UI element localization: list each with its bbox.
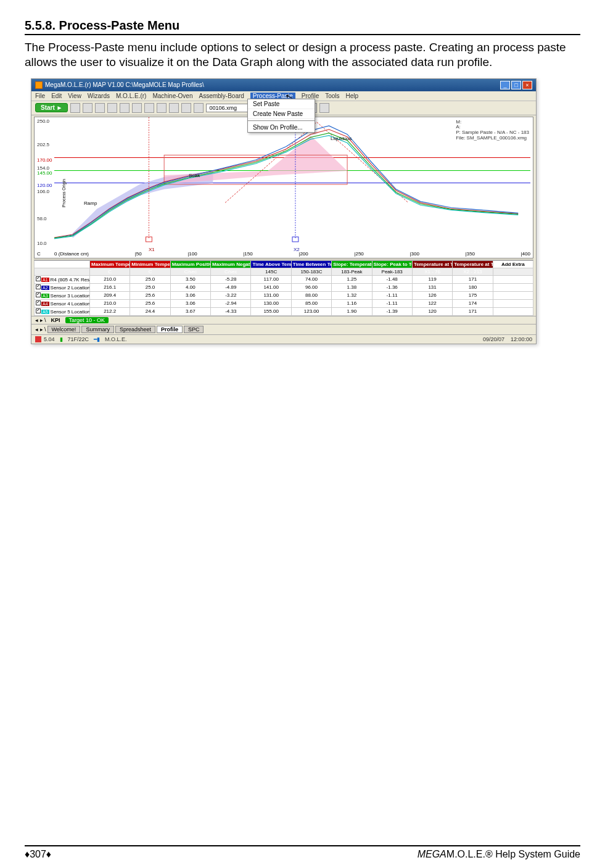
sensor-badge: A1: [41, 278, 49, 282]
unit-cell: C/sec: [170, 268, 210, 275]
menu-tools[interactable]: Tools: [325, 93, 339, 99]
table-row: A3Sensor 3 Location.209.425.63.06-3.2213…: [35, 291, 533, 299]
data-cell: 130.00: [251, 299, 291, 307]
col-header: Maximum Temperature: [90, 260, 130, 268]
col-header: Slope: Peak to Temperature: [372, 260, 412, 268]
menu-item-createnewpaste[interactable]: Create New Paste: [248, 109, 315, 119]
data-cell: 216.1: [90, 283, 130, 291]
y-tick: 10.0: [37, 241, 47, 246]
table-row: A5Sensor 5 Location.212.224.43.67-4.3315…: [35, 307, 533, 315]
unit-cell: 150-183C: [291, 268, 331, 275]
menu-help[interactable]: Help: [346, 93, 359, 99]
data-cell: 122: [412, 299, 452, 307]
tab-spreadsheet[interactable]: Spreadsheet: [115, 326, 155, 333]
col-header: Maximum Positive Slope: [170, 260, 210, 268]
col-header: Maximum Negative Slope: [211, 260, 251, 268]
print-icon[interactable]: [95, 103, 105, 113]
data-cell: 25.6: [130, 299, 170, 307]
sensor-checkbox[interactable]: [36, 284, 41, 289]
menu-view[interactable]: View: [68, 93, 81, 99]
data-cell: 1.90: [332, 307, 372, 315]
help-icon[interactable]: [194, 103, 204, 113]
unit-cell: Peak-183: [372, 268, 412, 275]
soak-label: Soak: [189, 173, 200, 178]
unit-cell: [493, 268, 533, 275]
data-cell: 1.38: [332, 283, 372, 291]
unit-cell: C: [130, 268, 170, 275]
status-bar: 5.04 ▮ 71F/22C ━▮ M.O.L.E. 09/20/07 12:0…: [31, 334, 536, 344]
data-cell: 25.0: [130, 275, 170, 283]
data-cell: 180: [453, 283, 493, 291]
sensor-checkbox[interactable]: [36, 292, 41, 297]
sensor-badge: A2: [41, 286, 49, 290]
sensor-checkbox[interactable]: [36, 300, 41, 305]
y-tick: 145.00: [37, 170, 52, 176]
tool-icon[interactable]: [132, 103, 142, 113]
table-row: A4Sensor 4 Location.210.025.63.06-2.9413…: [35, 299, 533, 307]
y-tick: 170.00: [37, 157, 52, 163]
menu-moler[interactable]: M.O.L.E.(r): [116, 93, 146, 99]
top-icon[interactable]: [319, 103, 329, 113]
zoom-out-icon[interactable]: [120, 103, 130, 113]
close-button[interactable]: ×: [522, 81, 532, 89]
save-icon[interactable]: [83, 103, 93, 113]
sensor-checkbox[interactable]: [36, 276, 41, 281]
zoom-in-icon[interactable]: [107, 103, 117, 113]
col-header: Temperature at Time Reference: [412, 260, 452, 268]
data-cell: 3.06: [170, 299, 210, 307]
unit-cell: 183-Peak: [332, 268, 372, 275]
tool-icon[interactable]: [181, 103, 191, 113]
minimize-button[interactable]: _: [500, 81, 510, 89]
data-cell: 171: [453, 275, 493, 283]
data-cell: 141.00: [251, 283, 291, 291]
unit-cell: 145C: [251, 268, 291, 275]
data-table: Maximum TemperatureMinimum TemperatureMa…: [34, 260, 533, 316]
open-icon[interactable]: [70, 103, 80, 113]
tool-icon[interactable]: [157, 103, 167, 113]
menu-assemblyboard[interactable]: Assembly-Board: [199, 93, 244, 99]
y-tick: 120.00: [37, 183, 52, 188]
guide-title: MEGAM.O.L.E.® Help System Guide: [418, 849, 580, 860]
unit-cell: X2 - 213: [453, 268, 493, 275]
sensor-checkbox[interactable]: [36, 308, 41, 313]
tool-icon[interactable]: [169, 103, 179, 113]
ramp-label: Ramp: [84, 200, 97, 206]
tab-spc[interactable]: SPC: [184, 326, 204, 333]
data-cell: 117.00: [251, 275, 291, 283]
process-paste-dropdown: Set PasteCreate New PasteShow On Profile…: [247, 99, 315, 133]
data-cell: 123.00: [291, 307, 331, 315]
col-header: Add Extra: [493, 260, 533, 268]
data-cell: 85.00: [291, 299, 331, 307]
data-cell: 175: [453, 291, 493, 299]
menu-wizards[interactable]: Wizards: [88, 93, 110, 99]
tool-icon[interactable]: [144, 103, 154, 113]
data-cell: 131.00: [251, 291, 291, 299]
table-row: A1R4 (805 4.7K Resist210.025.03.50-5.281…: [35, 275, 533, 283]
data-cell: 174: [453, 299, 493, 307]
tab-welcome[interactable]: Welcome!: [47, 326, 81, 333]
menu-file[interactable]: File: [35, 93, 45, 99]
data-cell: 88.00: [291, 291, 331, 299]
data-cell: -2.94: [211, 299, 251, 307]
menu-item-showonprofile[interactable]: Show On Profile...: [248, 123, 315, 132]
data-cell: -5.28: [211, 275, 251, 283]
menu-item-setpaste[interactable]: Set Paste: [248, 99, 315, 109]
data-cell: 126: [412, 291, 452, 299]
tab-profile[interactable]: Profile: [157, 326, 183, 333]
app-screenshot: MegaM.O.L.E.(r) MAP V1.00 C:\MegaMOLE Ma…: [31, 78, 537, 344]
tab-summary[interactable]: Summary: [81, 326, 114, 333]
data-cell: 96.00: [291, 283, 331, 291]
start-button[interactable]: Start ►: [35, 103, 68, 112]
data-cell: 74.00: [291, 275, 331, 283]
col-header: Minimum Temperature: [130, 260, 170, 268]
menu-edit[interactable]: Edit: [51, 93, 62, 99]
unit-cell: C: [90, 268, 130, 275]
kpi-row: ◂ ▸ \ KPI Target 10 - OK: [31, 316, 536, 324]
data-cell: 1.25: [332, 275, 372, 283]
data-graph: M: A: P: Sample Paste - N/A - NC - 183 F…: [34, 117, 533, 258]
data-cell: 3.06: [170, 291, 210, 299]
menu-machineoven[interactable]: Machine-Oven: [152, 93, 192, 99]
data-cell: 210.0: [90, 275, 130, 283]
process-origin-label: Process Origin: [62, 179, 66, 207]
maximize-button[interactable]: □: [511, 81, 521, 89]
